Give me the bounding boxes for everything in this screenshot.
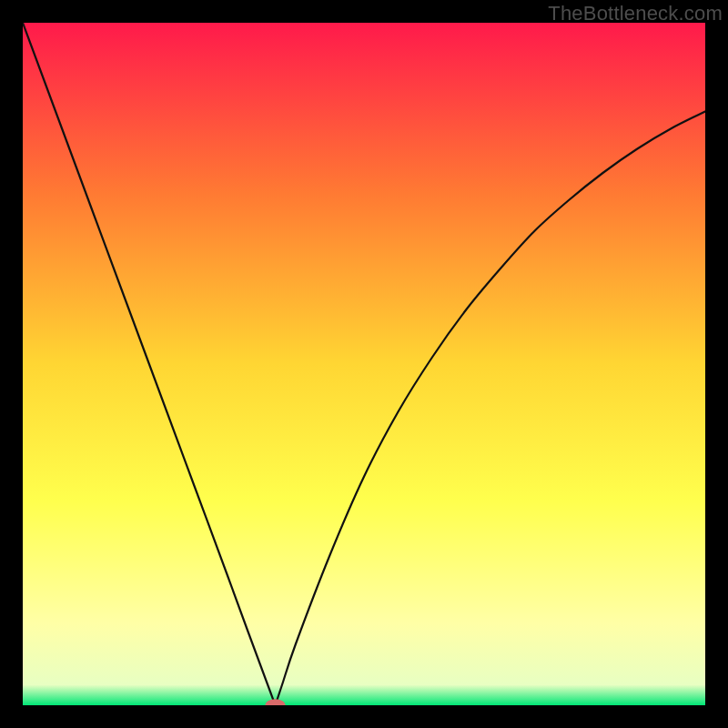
chart-frame: TheBottleneck.com	[0, 0, 728, 728]
chart-svg	[23, 23, 705, 705]
watermark-text: TheBottleneck.com	[548, 2, 723, 25]
plot-area	[23, 23, 705, 705]
gradient-background	[23, 23, 705, 705]
